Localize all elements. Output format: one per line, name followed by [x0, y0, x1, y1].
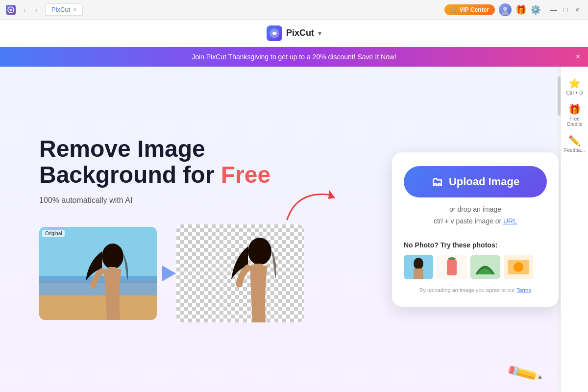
svg-rect-14 — [414, 269, 423, 279]
sample-photo-4[interactable] — [504, 255, 533, 279]
svg-rect-10 — [253, 264, 263, 270]
minimize-button[interactable]: — — [549, 5, 559, 15]
upload-button-label: Upload Image — [449, 175, 519, 188]
svg-point-17 — [448, 257, 456, 260]
svg-point-1 — [503, 7, 507, 11]
gift-icon[interactable]: 🎁 — [515, 4, 526, 15]
nav-arrows: ‹ › — [20, 5, 41, 15]
app-dropdown-arrow[interactable]: ▾ — [318, 29, 321, 37]
sample-photos-row — [404, 255, 547, 279]
sample-photo-2[interactable] — [437, 255, 466, 279]
headline-free: Free — [221, 162, 270, 188]
side-item-star[interactable]: ⭐ Ctrl + D — [564, 74, 586, 98]
upload-image-button[interactable]: 🗂 Upload Image — [404, 166, 547, 197]
svg-rect-8 — [108, 267, 117, 273]
window-controls: — □ × — [549, 5, 582, 15]
gift-side-icon: 🎁 — [568, 103, 581, 115]
settings-icon[interactable]: ⚙️ — [530, 4, 541, 15]
title-bar: ‹ › PixCut × 🛒 VIP Center 🎁 ⚙️ — □ × — [0, 0, 588, 20]
demo-result-image — [176, 224, 304, 322]
vip-icon: 🛒 — [450, 6, 458, 13]
headline-prefix: Background for — [39, 162, 221, 188]
side-item-feedback[interactable]: ✏️ Feedba... — [564, 132, 586, 156]
pencil-decoration: ✏️ — [505, 354, 544, 392]
headline: Remove Image Background for Free — [39, 136, 372, 188]
terms-link[interactable]: Terms — [516, 287, 531, 293]
close-button[interactable]: × — [572, 5, 582, 15]
title-bar-left: ‹ › PixCut × — [6, 3, 83, 16]
panel-divider — [404, 233, 547, 233]
paste-text-label: ctrl + v paste image or — [434, 217, 503, 225]
demo-arrow — [157, 266, 181, 281]
upload-icon: 🗂 — [431, 175, 443, 189]
sample-photo-1[interactable] — [404, 255, 433, 279]
vip-label: VIP Center — [460, 6, 489, 13]
url-link[interactable]: URL — [503, 217, 517, 225]
vip-center-button[interactable]: 🛒 VIP Center — [444, 4, 495, 15]
back-arrow[interactable]: ‹ — [20, 5, 29, 15]
demo-original-image: Original — [39, 227, 157, 320]
user-avatar[interactable] — [499, 3, 512, 16]
app-logo — [267, 25, 282, 41]
banner-close-button[interactable]: × — [576, 52, 580, 61]
banner-text: Join PixCut Thanksgiving to get up to a … — [192, 53, 396, 61]
svg-point-7 — [102, 244, 123, 269]
tab-label: PixCut — [51, 6, 70, 13]
demo-images: Original — [39, 224, 372, 322]
maximize-button[interactable]: □ — [561, 5, 570, 15]
pencil-side-icon: ✏️ — [568, 135, 581, 147]
upload-panel: 🗂 Upload Image or drop an image ctrl + v… — [392, 152, 559, 307]
app-icon — [6, 5, 16, 15]
side-item-2-label: Free Credits — [566, 116, 584, 127]
headline-line1: Remove Image — [39, 136, 372, 162]
hero-section: Remove Image Background for Free 100% au… — [39, 136, 392, 322]
hero-subtitle: 100% automatically with AI — [39, 196, 372, 205]
sample-photo-3[interactable] — [470, 255, 500, 279]
app-name-header: PixCut — [286, 28, 314, 38]
tab-close-btn[interactable]: × — [73, 6, 76, 13]
paste-text: ctrl + v paste image or URL — [404, 217, 547, 225]
side-item-credits[interactable]: 🎁 Free Credits — [564, 100, 586, 130]
promo-banner: Join PixCut Thanksgiving to get up to a … — [0, 47, 588, 67]
demo-right-arrow — [162, 266, 176, 281]
svg-point-2 — [502, 11, 509, 15]
active-tab[interactable]: PixCut × — [45, 3, 83, 16]
forward-arrow[interactable]: › — [31, 5, 41, 15]
try-photos-label: No Photo? Try these photos: — [404, 241, 547, 249]
terms-prefix: By uploading an image you agree to our — [419, 287, 516, 293]
svg-rect-6 — [39, 295, 157, 320]
headline-line2: Background for Free — [39, 162, 372, 188]
svg-point-13 — [414, 258, 423, 270]
original-label: Original — [42, 230, 65, 237]
star-icon: ⭐ — [568, 77, 581, 89]
title-bar-right: 🛒 VIP Center 🎁 ⚙️ — □ × — [444, 3, 582, 16]
terms-text: By uploading an image you agree to our T… — [404, 287, 547, 293]
side-panel: ⭐ Ctrl + D 🎁 Free Credits ✏️ Feedba... — [561, 67, 588, 392]
side-item-1-label: Ctrl + D — [566, 90, 583, 96]
drop-text: or drop an image — [404, 205, 547, 213]
svg-point-9 — [248, 238, 271, 265]
side-item-3-label: Feedba... — [564, 147, 585, 153]
header-bar: PixCut ▾ — [0, 20, 588, 47]
svg-point-21 — [514, 262, 523, 272]
main-content: Remove Image Background for Free 100% au… — [0, 67, 588, 392]
svg-rect-16 — [447, 260, 457, 275]
